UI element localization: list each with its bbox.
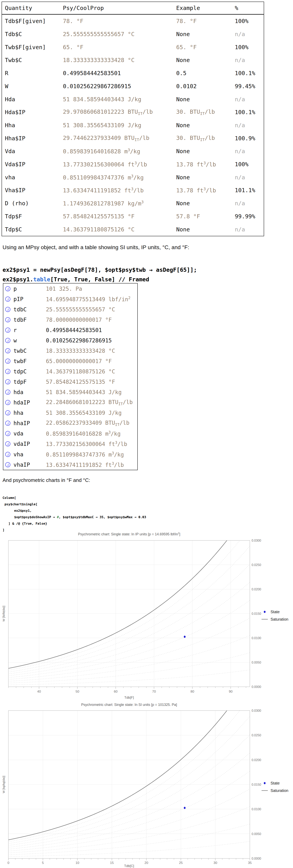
psy-coolprop-value: 0.8511099843747376 m3/kg xyxy=(63,174,144,181)
info-icon[interactable]: i xyxy=(5,307,10,312)
property-value: 22.284860681012223 BTUIT/lb xyxy=(46,399,133,406)
example-value: None xyxy=(176,57,190,63)
example-value: None xyxy=(176,200,190,207)
table-row: Tdp$C14.363791180875126 °CNonen/a xyxy=(2,223,264,236)
superscript: 3 xyxy=(109,430,111,434)
superscript: 3 xyxy=(128,148,130,152)
legend-state-marker xyxy=(264,611,265,613)
legend-state-label: State xyxy=(270,610,280,614)
quantity-name: Tdb$C xyxy=(5,31,22,37)
percent-value: 100% xyxy=(235,161,248,167)
y-tick-label: 0.0200 xyxy=(252,758,261,762)
info-icon[interactable]: i xyxy=(5,441,10,446)
superscript: 3 xyxy=(204,161,206,165)
x-tick-label: 50 xyxy=(76,690,79,693)
table-row: W0.0102562298672869150.010299.45% xyxy=(2,80,264,93)
table-row: Vda0.859839164016828 m3/kgNonen/a xyxy=(2,145,264,158)
property-value: 78.00000000000017 °F xyxy=(46,316,112,323)
info-icon[interactable]: i xyxy=(5,286,10,291)
info-icon[interactable]: i xyxy=(5,431,10,436)
percent-value: n/a xyxy=(235,174,245,181)
saturation-curve xyxy=(8,704,232,840)
code-text: , $opt$psy$tdbMaxC → 35, $opt$psy$wMax →… xyxy=(59,515,146,519)
y-tick-label: 0.0100 xyxy=(252,808,261,811)
info-icon[interactable]: i xyxy=(5,462,10,467)
state-point xyxy=(184,636,185,638)
code-text: psy$chart$single[ xyxy=(3,502,37,506)
psy-coolprop-value: 51 308.35565433109 J/kg xyxy=(63,122,141,129)
property-row: ihha51 308.35565433109 J/kg xyxy=(3,408,137,418)
info-icon[interactable]: i xyxy=(5,359,10,364)
percent-value: 100% xyxy=(235,18,248,24)
property-value: 18.333333333333428 °C xyxy=(46,347,115,354)
table-row: D (rho)1.1749362812781987 kg/m3Nonen/a xyxy=(2,197,264,210)
subscript: IT xyxy=(135,137,139,142)
property-name: hdaIP xyxy=(13,399,30,406)
example-value: 13.78 ft3/lb xyxy=(176,187,216,194)
legend-saturation-label: Saturation xyxy=(270,617,288,621)
percent-value: 99.45% xyxy=(235,83,255,90)
example-value: 0.5 xyxy=(176,70,186,76)
quantity-name: Twb$F[given] xyxy=(5,44,46,51)
percent-value: n/a xyxy=(235,57,245,63)
property-row: ihhaIP22.05862237933409 BTUIT/lb xyxy=(3,418,137,428)
info-icon[interactable]: i xyxy=(5,338,10,343)
psy-coolprop-value: 13.773302156300064 ft3/lb xyxy=(63,161,147,168)
property-value: 14.363791180875126 °C xyxy=(46,368,115,375)
property-row: ir0.499584442583501 xyxy=(3,325,137,335)
info-icon[interactable]: i xyxy=(5,390,10,395)
note-psychrometric-charts: And psychrometric charts in °F and °C: xyxy=(3,477,90,483)
y-tick-label: 0.0000 xyxy=(252,685,261,688)
info-icon[interactable]: i xyxy=(5,400,10,405)
percent-value: 101.1% xyxy=(235,187,255,193)
code-text: ex2$psy1. xyxy=(3,276,33,283)
rh-70-percent-line xyxy=(8,735,250,845)
property-name: hda xyxy=(13,389,24,396)
x-tick-label: 5 xyxy=(42,861,44,865)
property-row: ivdaIP13.773302156300064 ft3/lb xyxy=(3,439,137,449)
property-name: hha xyxy=(13,410,24,416)
column-header: Psy/CoolProp xyxy=(63,5,104,11)
example-value: 65. °F xyxy=(176,44,197,51)
y-tick-label: 0.0150 xyxy=(252,612,261,615)
info-icon[interactable]: i xyxy=(5,379,10,384)
y-tick-label: 0.0000 xyxy=(252,857,261,860)
x-tick-label: 70 xyxy=(152,690,156,693)
table-row: Tdp$F57.854824125575135 °F57.8 °F99.99% xyxy=(2,210,264,223)
property-name: w xyxy=(13,337,17,344)
code-block-newpsy[interactable]: ex2$psy1 = newPsy[asDegF[78], $opt$psy$t… xyxy=(3,265,197,284)
info-icon[interactable]: i xyxy=(5,297,10,302)
x-axis-label: Tdb[C] xyxy=(124,864,134,868)
code-text: ] & /@ {True, False} xyxy=(3,522,47,525)
psy-coolprop-value: 29.970860681012223 BTUIT/lb xyxy=(63,108,153,116)
info-icon[interactable]: i xyxy=(5,410,10,415)
property-row: itdbF78.00000000000017 °F xyxy=(3,314,137,325)
info-icon[interactable]: i xyxy=(5,452,10,457)
percent-value: 100.1% xyxy=(235,70,255,76)
table-row: vha0.8511099843747376 m3/kgNonen/a xyxy=(2,171,264,184)
property-name: vhaIP xyxy=(13,461,30,468)
info-icon[interactable]: i xyxy=(5,348,10,353)
psy-coolprop-value: 65. °F xyxy=(63,44,83,51)
info-icon[interactable]: i xyxy=(5,328,10,333)
info-icon[interactable]: i xyxy=(5,317,10,322)
table-row: Hda$IP29.970860681012223 BTUIT/lb30. BTU… xyxy=(2,106,264,119)
psychrometric-chart-si: 051015202530350.00000.00500.01000.01500.… xyxy=(0,701,293,868)
property-name: tdbC xyxy=(13,306,27,313)
info-icon[interactable]: i xyxy=(5,421,10,426)
percent-value: 100% xyxy=(235,44,248,51)
rh-50-percent-line xyxy=(8,771,250,849)
property-row: itdpF57.854824125575135 °F xyxy=(3,377,137,387)
rh-50-percent-line xyxy=(8,600,250,678)
quantity-comparison-table: QuantityPsy/CoolPropExample% Tdb$F[given… xyxy=(2,2,264,236)
example-value: 30. BTUIT/lb xyxy=(176,134,215,142)
psy-coolprop-value: 51 834.58594403443 J/kg xyxy=(63,96,141,103)
property-name: vdaIP xyxy=(13,441,30,447)
grid-lines xyxy=(8,540,250,687)
y-tick-label: 0.0050 xyxy=(252,661,261,664)
info-icon[interactable]: i xyxy=(5,369,10,374)
superscript: 3 xyxy=(141,200,144,204)
subscript: IT xyxy=(115,423,120,427)
x-tick-label: 10 xyxy=(76,861,79,865)
quantity-name: D (rho) xyxy=(5,200,29,207)
